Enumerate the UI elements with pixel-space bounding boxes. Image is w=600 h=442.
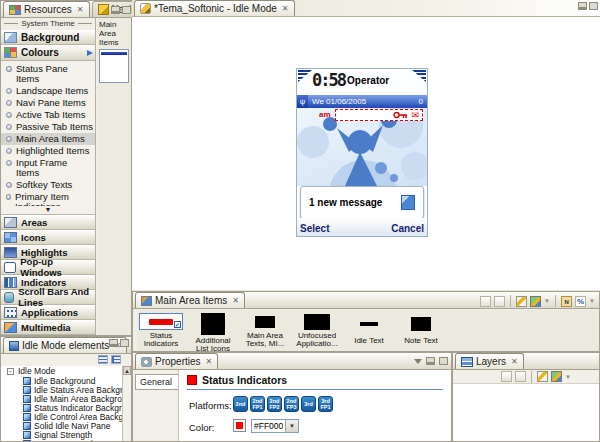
maximize-icon[interactable] (439, 357, 448, 365)
platform-button-2nd[interactable]: 2nd (233, 396, 248, 412)
section-multimedia[interactable]: Multimedia (1, 320, 95, 335)
checkbox-icon[interactable]: ✔ (174, 321, 181, 328)
close-icon[interactable]: ✕ (232, 296, 239, 305)
color-value-input[interactable] (252, 420, 285, 432)
swatch-preview (399, 313, 443, 335)
tab-main-area-items[interactable]: Main Area Items ✕ (135, 292, 245, 308)
pin-palette-icon[interactable] (98, 4, 109, 15)
tree-item-battery-strength[interactable]: Battery Strength (1, 439, 131, 441)
group-background[interactable]: Background (1, 30, 95, 46)
section-icon-highlights (4, 247, 17, 258)
swatch-idle-text[interactable]: Idle Text (347, 313, 391, 348)
collapse-icon[interactable]: − (7, 368, 14, 375)
scroll-up-icon[interactable]: ▲ (123, 366, 131, 375)
close-icon[interactable]: ✕ (282, 4, 289, 13)
minimize-icon[interactable] (578, 2, 587, 10)
elements-scrollbar[interactable]: ▲ (122, 366, 131, 441)
swatch-note-text[interactable]: Note Text (399, 313, 443, 348)
layer-fill-icon[interactable] (551, 371, 562, 382)
edit-icon[interactable] (516, 296, 527, 307)
background-icon (4, 32, 17, 43)
tab-general[interactable]: General (135, 374, 178, 390)
phone-navi-pane[interactable]: ψ We 01/06/2005 0 (297, 95, 427, 108)
elements-tab-label: Idle Mode elements (22, 340, 109, 351)
dropdown-arrow-icon[interactable]: ▼ (565, 374, 571, 380)
color-label: Color: (189, 422, 214, 433)
swatch-unfocused-applicatio[interactable]: Unfocused Applicatio... (295, 313, 339, 348)
platform-button-3rd-fp1[interactable]: 3rd FP1 (318, 396, 333, 412)
menu-arrow-icon[interactable]: ▼ (589, 298, 595, 304)
platform-button-2nd-fp2[interactable]: 2nd FP2 (267, 396, 282, 412)
section-icon-pop-up-windows (4, 262, 16, 273)
minimize-icon[interactable] (111, 6, 120, 14)
maximize-icon[interactable] (122, 6, 131, 14)
resources-item-list: Status Pane ItemsLandscape ItemsNavi Pan… (1, 61, 95, 206)
view-menu-icon[interactable] (414, 359, 422, 364)
group-colours[interactable]: Colours (1, 45, 95, 61)
fill-color-icon[interactable] (530, 296, 541, 307)
resources-item-passive-tab-items[interactable]: Passive Tab Items (1, 121, 95, 133)
close-icon[interactable]: ✕ (77, 5, 84, 14)
message-popup[interactable]: 1 new message (300, 186, 424, 219)
editor-tab[interactable]: *Tema_Softonic - Idle Mode ✕ (134, 0, 295, 16)
resources-item-input-frame-items[interactable]: Input Frame Items (1, 157, 95, 179)
resources-item-primary-item-indications[interactable]: Primary Item Indications (1, 191, 95, 206)
tree-view-icon[interactable] (111, 355, 121, 364)
resources-item-highlighted-items[interactable]: Highlighted Items (1, 145, 95, 157)
section-areas[interactable]: Areas (1, 215, 95, 230)
resources-item-softkey-texts[interactable]: Softkey Texts (1, 179, 95, 191)
scroll-down-icon[interactable]: ▼ (1, 206, 95, 214)
dropdown-arrow-icon[interactable]: ▼ (544, 298, 550, 304)
new-layer-icon[interactable] (501, 371, 512, 382)
swatch-status-indicators[interactable]: ✔Status Indicators (139, 313, 183, 348)
tree-root-idle-mode[interactable]: − Idle Mode (1, 366, 131, 376)
close-icon[interactable]: ✕ (511, 357, 518, 366)
mini-swatch-item[interactable] (101, 52, 127, 55)
element-icon (23, 377, 31, 385)
mini-swatch-list[interactable] (99, 49, 129, 83)
toggle-preview-icon[interactable]: % (575, 296, 586, 307)
edit-layer-icon[interactable] (537, 371, 548, 382)
application-window: Resources ✕ Navigator System Theme Backg… (0, 0, 600, 442)
phone-status-pane[interactable]: 0:58 Operator (297, 69, 427, 95)
bullet-icon (6, 148, 12, 154)
phone-preview[interactable]: 0:58 Operator ψ We 01/06/2005 0 (296, 68, 428, 237)
pin-icon (87, 50, 93, 56)
tab-properties[interactable]: Properties ✕ (135, 353, 218, 369)
chevron-down-icon[interactable]: ▼ (285, 420, 298, 432)
resources-item-navi-pane-items[interactable]: Navi Pane Items (1, 97, 95, 109)
copy-item-icon[interactable] (494, 296, 505, 307)
minimize-icon[interactable] (426, 357, 435, 365)
softkey-right-label: Cancel (391, 223, 424, 234)
platform-button-2nd-fp1[interactable]: 2nd FP1 (250, 396, 265, 412)
maximize-icon[interactable] (120, 339, 129, 347)
phone-softkey-pane[interactable]: Select Cancel (297, 218, 427, 236)
bookmark-icon[interactable]: N (561, 296, 572, 307)
element-icon (23, 422, 31, 430)
color-swatch-button[interactable] (233, 419, 246, 432)
status-indicators-element[interactable]: ✉ (335, 109, 423, 121)
section-icons[interactable]: Icons (1, 230, 95, 245)
minimize-icon[interactable] (109, 339, 118, 347)
flat-view-icon[interactable] (98, 355, 108, 364)
resources-view: Resources ✕ Navigator System Theme Backg… (0, 0, 132, 336)
editor-canvas[interactable]: 0:58 Operator ψ We 01/06/2005 0 (132, 17, 600, 290)
tab-layers[interactable]: Layers ✕ (455, 353, 524, 369)
resources-item-landscape-items[interactable]: Landscape Items (1, 85, 95, 97)
platform-button-2nd-fp3[interactable]: 2nd FP3 (284, 396, 299, 412)
navi-bar: We 01/06/2005 0 (308, 95, 427, 108)
layers-view: Layers ✕ ▼ (452, 352, 600, 442)
section-scroll-bars-and-lines[interactable]: Scroll Bars And Lines (1, 290, 95, 305)
maximize-icon[interactable] (589, 2, 598, 10)
section-pop-up-windows[interactable]: Pop-up Windows (1, 260, 95, 275)
copy-layer-icon[interactable] (515, 371, 526, 382)
close-icon[interactable]: ✕ (206, 357, 213, 366)
resources-item-main-area-items[interactable]: Main Area Items (1, 133, 95, 145)
resources-item-active-tab-items[interactable]: Active Tab Items (1, 109, 95, 121)
swatch-main-area-texts-mi[interactable]: Main Area Texts, MI... (243, 313, 287, 348)
platform-button-3rd[interactable]: 3rd (301, 396, 316, 412)
resources-item-status-pane-items[interactable]: Status Pane Items (1, 63, 95, 85)
swatch-additional-list-icons[interactable]: Additional List Icons (191, 313, 235, 348)
new-item-icon[interactable] (480, 296, 491, 307)
tab-resources[interactable]: Resources ✕ (3, 1, 90, 17)
